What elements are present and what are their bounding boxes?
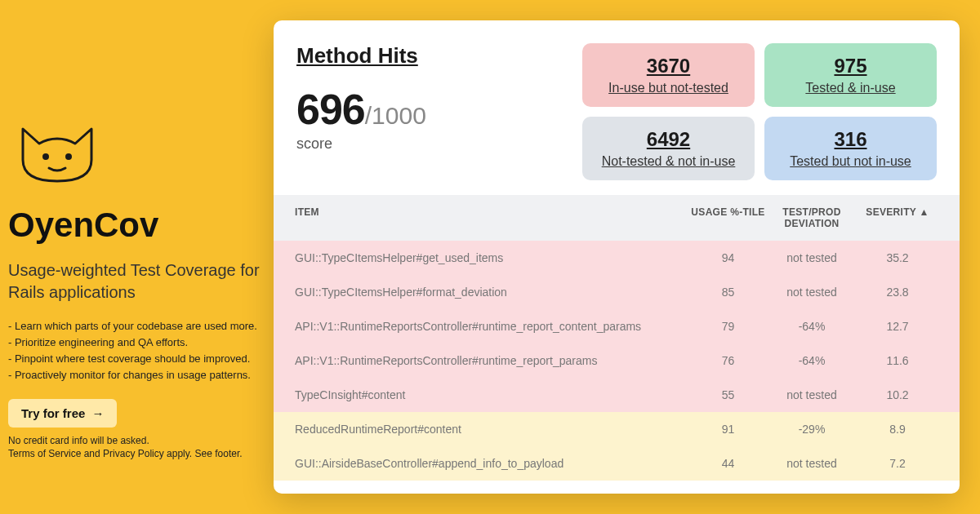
cell-severity: 23.8 bbox=[857, 286, 938, 299]
methods-table: ITEM USAGE %-TILE TEST/PROD DEVIATION SE… bbox=[274, 195, 960, 481]
bullet-item: - Learn which parts of your codebase are… bbox=[8, 318, 261, 335]
table-row[interactable]: GUI::TypeCItemsHelper#format_deviation85… bbox=[274, 275, 960, 309]
bullet-item: - Prioritize engineering and QA efforts. bbox=[8, 335, 261, 351]
cell-usage: 85 bbox=[689, 286, 767, 299]
cell-usage: 55 bbox=[689, 388, 767, 401]
cell-usage: 79 bbox=[689, 320, 767, 333]
cell-item: TypeCInsight#content bbox=[295, 388, 689, 401]
cell-deviation: -64% bbox=[767, 320, 857, 333]
arrow-right-icon: → bbox=[91, 406, 104, 420]
score-block: Method Hits 696/1000 score bbox=[296, 43, 566, 180]
card-not-tested-not-in-use[interactable]: 6492 Not-tested & not in-use bbox=[582, 117, 755, 180]
score-label: score bbox=[296, 135, 566, 153]
cell-deviation: -64% bbox=[767, 354, 857, 367]
cell-severity: 10.2 bbox=[857, 388, 938, 401]
cell-deviation: not tested bbox=[767, 388, 857, 401]
dashboard-panel: Method Hits 696/1000 score 3670 In-use b… bbox=[274, 20, 960, 494]
summary-cards: 3670 In-use but not-tested 975 Tested & … bbox=[582, 43, 937, 180]
cell-usage: 44 bbox=[689, 457, 767, 470]
cell-deviation: not tested bbox=[767, 457, 857, 470]
col-severity[interactable]: SEVERITY ▲ bbox=[857, 206, 938, 229]
cell-item: GUI::AirsideBaseController#append_info_t… bbox=[295, 457, 689, 470]
cell-severity: 35.2 bbox=[857, 251, 938, 264]
cell-usage: 94 bbox=[689, 251, 767, 264]
score-value: 696/1000 bbox=[296, 85, 566, 134]
cell-item: ReducedRuntimeReport#content bbox=[295, 423, 689, 436]
try-for-free-button[interactable]: Try for free → bbox=[8, 399, 117, 428]
cell-item: API::V1::RuntimeReportsController#runtim… bbox=[295, 320, 689, 333]
cat-logo-icon bbox=[8, 114, 106, 188]
cell-severity: 8.9 bbox=[857, 423, 938, 436]
cta-note: No credit card info will be asked. Terms… bbox=[8, 434, 261, 462]
table-row[interactable]: API::V1::RuntimeReportsController#runtim… bbox=[274, 309, 960, 343]
cell-deviation: not tested bbox=[767, 251, 857, 264]
card-in-use-not-tested[interactable]: 3670 In-use but not-tested bbox=[582, 43, 755, 107]
card-tested-not-in-use[interactable]: 316 Tested but not in-use bbox=[764, 117, 937, 180]
cell-usage: 76 bbox=[689, 354, 767, 367]
cell-deviation: -29% bbox=[767, 423, 857, 436]
panel-header: Method Hits 696/1000 score 3670 In-use b… bbox=[274, 20, 960, 195]
cell-severity: 11.6 bbox=[857, 354, 938, 367]
cell-deviation: not tested bbox=[767, 286, 857, 299]
table-row[interactable]: TypeCInsight#content55not tested10.2 bbox=[274, 378, 960, 412]
cell-usage: 91 bbox=[689, 423, 767, 436]
col-deviation[interactable]: TEST/PROD DEVIATION bbox=[767, 206, 857, 229]
sidebar: OyenCov Usage-weighted Test Coverage for… bbox=[8, 114, 261, 461]
col-item[interactable]: ITEM bbox=[295, 206, 689, 229]
tagline: Usage-weighted Test Coverage for Rails a… bbox=[8, 259, 261, 304]
feature-bullets: - Learn which parts of your codebase are… bbox=[8, 318, 261, 384]
table-body: GUI::TypeCItemsHelper#get_used_items94no… bbox=[274, 241, 960, 481]
card-tested-in-use[interactable]: 975 Tested & in-use bbox=[764, 43, 937, 107]
svg-point-0 bbox=[44, 155, 48, 159]
table-row[interactable]: API::V1::RuntimeReportsController#runtim… bbox=[274, 343, 960, 378]
table-row[interactable]: ReducedRuntimeReport#content91-29%8.9 bbox=[274, 412, 960, 446]
table-header: ITEM USAGE %-TILE TEST/PROD DEVIATION SE… bbox=[274, 195, 960, 241]
cell-severity: 12.7 bbox=[857, 320, 938, 333]
panel-title[interactable]: Method Hits bbox=[296, 43, 566, 69]
cell-item: API::V1::RuntimeReportsController#runtim… bbox=[295, 354, 689, 367]
table-row[interactable]: GUI::TypeCItemsHelper#get_used_items94no… bbox=[274, 241, 960, 275]
cell-severity: 7.2 bbox=[857, 457, 938, 470]
brand-name: OyenCov bbox=[8, 206, 261, 245]
cta-label: Try for free bbox=[21, 406, 85, 420]
cell-item: GUI::TypeCItemsHelper#format_deviation bbox=[295, 286, 689, 299]
table-row[interactable]: GUI::AirsideBaseController#append_info_t… bbox=[274, 446, 960, 481]
svg-point-1 bbox=[67, 155, 71, 159]
cell-item: GUI::TypeCItemsHelper#get_used_items bbox=[295, 251, 689, 264]
bullet-item: - Proactively monitor for changes in usa… bbox=[8, 367, 261, 383]
bullet-item: - Pinpoint where test coverage should be… bbox=[8, 351, 261, 367]
col-usage[interactable]: USAGE %-TILE bbox=[689, 206, 767, 229]
